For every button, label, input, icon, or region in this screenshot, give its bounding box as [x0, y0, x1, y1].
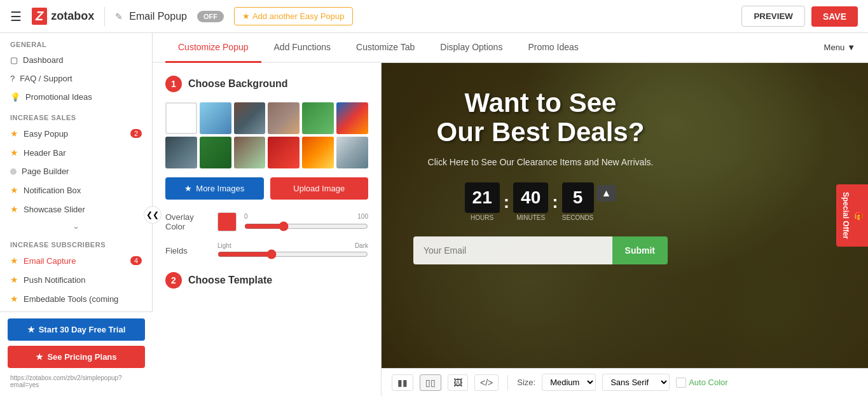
- sidebar-item-push[interactable]: ★ Push Notification: [0, 270, 152, 289]
- menu-label: Menu: [824, 43, 845, 52]
- logo: Z zotabox: [32, 8, 94, 25]
- sidebar-item-email-capture[interactable]: ★ Email Capture 4: [0, 251, 152, 270]
- auto-color-button[interactable]: Auto Color: [676, 378, 727, 388]
- star-icon: ★: [10, 147, 18, 158]
- countdown-seconds-label: SECONDS: [562, 214, 593, 221]
- easy-popup-badge: 2: [130, 129, 142, 138]
- sidebar-item-header-bar[interactable]: ★ Header Bar: [0, 143, 152, 162]
- countdown-seconds: 5: [562, 182, 594, 213]
- sidebar-item-promo-ideas[interactable]: 💡 Promotional Ideas: [0, 88, 152, 106]
- bg-image-mountain[interactable]: [234, 102, 266, 134]
- sidebar-label-showcase: Showcase Slider: [24, 205, 85, 214]
- special-offer-container: 🎁 Special Offer: [836, 184, 868, 247]
- tab-promo-ideas[interactable]: Promo Ideas: [515, 33, 591, 63]
- sidebar-label-faq: FAQ / Support: [20, 74, 72, 83]
- sidebar-item-page-builder[interactable]: Page Builder: [0, 162, 152, 181]
- sidebar-item-easy-popup[interactable]: ★ Easy Popup 2: [0, 124, 152, 143]
- star-icon: ★: [10, 256, 18, 266]
- toolbar-image-button[interactable]: 🖼: [448, 374, 468, 391]
- bg-image-mountain2[interactable]: [336, 137, 368, 168]
- increase-sales-label: INCREASE SALES: [0, 106, 152, 124]
- bg-image-abstract[interactable]: [268, 137, 300, 168]
- tab-customize-tab[interactable]: Customize Tab: [343, 33, 427, 63]
- countdown-hours-label: HOURS: [471, 214, 493, 221]
- more-images-button[interactable]: ★ More Images: [165, 177, 264, 200]
- submit-button[interactable]: Submit: [612, 236, 668, 264]
- countdown-hours: 21: [465, 182, 500, 213]
- special-offer-label: Special Offer: [841, 192, 850, 239]
- sidebar-item-notification[interactable]: ★ Notification Box: [0, 181, 152, 200]
- bg-image-forest[interactable]: [200, 137, 231, 168]
- sidebar-label-easy-popup: Easy Popup: [24, 129, 68, 139]
- lightbulb-icon: 💡: [10, 92, 20, 102]
- star-icon: ★: [36, 352, 43, 362]
- bg-image-sky[interactable]: [200, 102, 231, 134]
- circle-icon: [10, 168, 17, 175]
- save-button[interactable]: SAVE: [811, 6, 858, 27]
- fields-row: Fields Light Dark: [165, 242, 368, 259]
- toggle-button[interactable]: OFF: [197, 11, 224, 22]
- email-input[interactable]: [413, 236, 612, 264]
- section2-title: Choose Template: [188, 275, 272, 286]
- top-nav: ☰ Z zotabox ✎ Email Popup OFF ★ Add anot…: [0, 0, 868, 33]
- bg-image-sunset[interactable]: [302, 137, 334, 168]
- countdown-minutes: 40: [513, 182, 548, 213]
- tab-display-options[interactable]: Display Options: [427, 33, 515, 63]
- star-icon: ★: [184, 184, 192, 193]
- overlay-slider[interactable]: [244, 221, 368, 231]
- more-items-indicator[interactable]: ⌄: [0, 219, 152, 233]
- sidebar-item-showcase[interactable]: ★ Showcase Slider: [0, 200, 152, 219]
- countdown-minutes-unit: 40 MINUTES: [513, 182, 548, 221]
- dashboard-icon: ▢: [10, 55, 18, 65]
- chevron-down-icon: ▼: [847, 43, 855, 52]
- sidebar-collapse-button[interactable]: ❮❮: [144, 206, 162, 224]
- fields-slider[interactable]: [217, 249, 368, 259]
- bg-image-green[interactable]: [302, 102, 334, 134]
- star-icon: ★: [10, 294, 18, 304]
- trial-button[interactable]: ★ Start 30 Day Free Trial: [8, 318, 145, 341]
- star-icon: ★: [242, 11, 250, 21]
- toolbar-layout1-button[interactable]: ▮▮: [392, 374, 413, 391]
- countdown-seconds-unit: 5 SECONDS: [562, 182, 594, 221]
- add-popup-button[interactable]: ★ Add another Easy Popup: [234, 7, 353, 25]
- sidebar-item-dashboard[interactable]: ▢ Dashboard: [0, 51, 152, 69]
- sidebar-label-header-bar: Header Bar: [24, 148, 65, 158]
- preview-panel: Want to SeeOur Best Deals? Click Here to…: [382, 63, 868, 396]
- star-icon: ★: [10, 185, 18, 195]
- preview-button[interactable]: PREVIEW: [741, 6, 804, 27]
- hamburger-icon[interactable]: ☰: [10, 9, 22, 24]
- star-icon: ★: [10, 275, 18, 285]
- pricing-button[interactable]: ★ See Pricing Plans: [8, 346, 145, 368]
- toolbar-code-button[interactable]: </>: [474, 374, 499, 391]
- nav-right: PREVIEW SAVE: [741, 6, 858, 27]
- tab-customize-popup[interactable]: Customize Popup: [165, 33, 261, 63]
- bg-image-white[interactable]: [165, 102, 197, 134]
- overlay-color-swatch[interactable]: [217, 212, 237, 231]
- countdown: 21 HOURS : 40 MINUTES : 5 SECOND: [394, 182, 687, 221]
- upload-image-button[interactable]: Upload Image: [270, 177, 369, 200]
- auto-color-label: Auto Color: [689, 378, 727, 387]
- countdown-up-button[interactable]: ▲: [596, 185, 617, 201]
- bg-image-couple[interactable]: [234, 137, 266, 168]
- tab-add-functions[interactable]: Add Functions: [261, 33, 344, 63]
- menu-tab[interactable]: Menu ▼: [824, 43, 855, 52]
- bg-image-city[interactable]: [165, 137, 197, 168]
- email-row: Submit: [413, 236, 668, 264]
- sidebar-item-faq[interactable]: ? FAQ / Support: [0, 69, 152, 88]
- tabs-bar: Customize Popup Add Functions Customize …: [153, 33, 868, 63]
- gift-icon: 🎁: [854, 211, 863, 221]
- special-offer-tab[interactable]: 🎁 Special Offer: [836, 184, 868, 247]
- bg-image-portrait[interactable]: [268, 102, 300, 134]
- sidebar-label-page-builder: Page Builder: [22, 167, 69, 176]
- image-grid: [165, 102, 368, 168]
- sidebar-item-embedable[interactable]: ★ Embedable Tools (coming: [0, 289, 152, 308]
- star-icon: ★: [10, 128, 18, 139]
- section1-title: Choose Background: [188, 78, 287, 90]
- auto-color-checkbox[interactable]: [676, 378, 686, 388]
- general-section-label: GENERAL: [0, 33, 152, 51]
- toolbar-size-select[interactable]: Small Medium Large: [542, 374, 596, 391]
- toolbar-layout2-button[interactable]: ▯▯: [420, 374, 441, 391]
- toolbar-font-select[interactable]: Sans Serif Serif Monospace: [602, 374, 670, 391]
- preview-toolbar: ▮▮ ▯▯ 🖼 </> Size: Small Medium Large San…: [382, 368, 868, 396]
- bg-image-tech[interactable]: [336, 102, 368, 134]
